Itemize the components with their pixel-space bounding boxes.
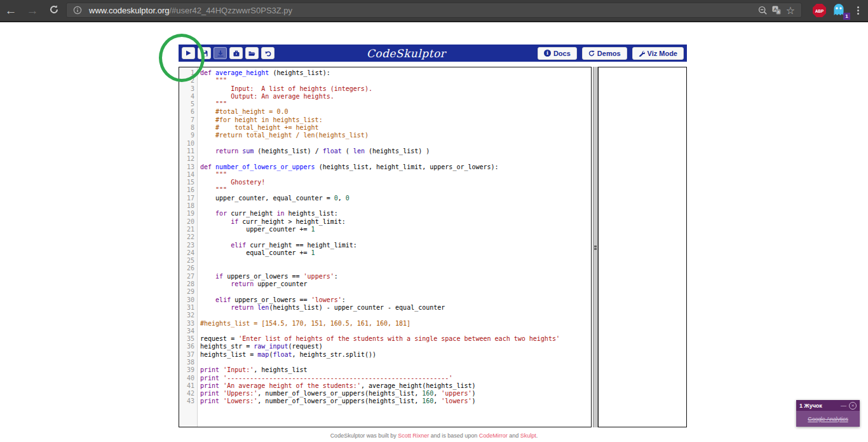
forward-button[interactable]: → [22, 1, 43, 20]
code-line[interactable]: 38 [179, 359, 591, 366]
open-local-button[interactable] [245, 47, 259, 59]
code-text: print 'Input:', heights_list [197, 366, 308, 374]
play-icon [186, 50, 191, 56]
footer-link-skulpt[interactable]: Skulpt [520, 432, 536, 439]
code-text: print 'Uppers:', number_of_lowers_or_upp… [197, 390, 476, 397]
code-line[interactable]: 21 upper_counter += 1 [179, 226, 591, 233]
viz-mode-label: Viz Mode [648, 50, 677, 57]
code-line[interactable]: 19 for curr_height in heights_list: [179, 210, 591, 218]
translate-icon[interactable]: A a [770, 3, 783, 17]
code-text [197, 140, 200, 148]
code-line[interactable]: 34 [179, 328, 591, 335]
ghostery-popup-header: 1 Жучок — × [796, 400, 860, 411]
line-number: 40 [179, 375, 197, 382]
undo-icon [265, 50, 271, 57]
line-number: 24 [179, 249, 197, 257]
demos-button[interactable]: Demos [582, 47, 627, 60]
reset-button[interactable] [261, 47, 275, 59]
code-line[interactable]: 25 [179, 257, 591, 265]
code-line[interactable]: 6 #total_height = 0.0 [179, 108, 591, 116]
code-line[interactable]: 31 return len(heights_list) - upper_coun… [179, 304, 591, 312]
code-line[interactable]: 16 """ [179, 186, 591, 194]
code-text: #return total_height / len(heights_list) [197, 132, 369, 139]
bookmark-star-icon[interactable]: ☆ [783, 3, 797, 17]
ghostery-badge: 1 [843, 13, 850, 20]
code-line[interactable]: 43print 'Lowers:', number_of_lowers_or_u… [179, 397, 591, 405]
line-number: 19 [179, 210, 197, 218]
code-line[interactable]: 29 [179, 288, 591, 296]
docs-button[interactable]: i Docs [538, 47, 577, 60]
code-line[interactable]: 15 Ghostery! [179, 179, 591, 186]
code-line[interactable]: 22 [179, 233, 591, 241]
page-info-icon[interactable] [71, 3, 85, 17]
zoom-out-icon[interactable] [756, 3, 770, 17]
code-line[interactable]: 17 upper_counter, equal_counter = 0, 0 [179, 195, 591, 202]
code-text: Input: A list of heights (integers). [197, 85, 372, 93]
refresh-button[interactable] [43, 1, 65, 20]
code-line[interactable]: 36heights_str = raw_input(request) [179, 343, 591, 350]
viz-mode-button[interactable]: Viz Mode [632, 47, 684, 60]
adblock-plus-icon[interactable]: ABP [812, 3, 827, 18]
chrome-menu-icon[interactable] [853, 6, 863, 15]
fresh-url-button[interactable] [229, 47, 243, 59]
code-line[interactable]: 23 elif curr_height == height_limit: [179, 242, 591, 249]
ghostery-popup: 1 Жучок — × Google Analytics [796, 400, 860, 427]
line-number: 42 [179, 390, 197, 397]
minimize-icon[interactable]: — [841, 403, 846, 409]
line-number: 16 [179, 186, 197, 194]
code-line[interactable]: 35request = 'Enter list of heights of th… [179, 335, 591, 343]
code-line[interactable]: 11 return sum (heights_list) / float ( l… [179, 148, 591, 155]
code-line[interactable]: 3 Input: A list of heights (integers). [179, 85, 591, 93]
code-line[interactable]: 10 [179, 140, 591, 148]
code-line[interactable]: 27 if uppers_or_lowers == 'uppers': [179, 273, 591, 280]
code-text: upper_counter, equal_counter = 0, 0 [197, 195, 349, 202]
footer-text: and [508, 432, 520, 439]
footer-link-author[interactable]: Scott Rixner [398, 432, 429, 439]
code-line[interactable]: 40print '-------------------------------… [179, 375, 591, 382]
code-line[interactable]: 20 if curr_height > height_limit: [179, 218, 591, 226]
line-number: 13 [179, 163, 197, 171]
code-editor[interactable]: 1def average_height (heights_list):2 """… [179, 67, 592, 427]
line-number: 8 [179, 124, 197, 132]
code-line[interactable]: 30 elif uppers_or_lowers == 'lowers': [179, 296, 591, 304]
code-text [197, 359, 200, 366]
code-line[interactable]: 41print 'An average height of the studen… [179, 382, 591, 390]
code-line[interactable]: 8 # total_height += height [179, 124, 591, 132]
code-line[interactable]: 18 [179, 202, 591, 210]
code-line[interactable]: 28 return upper_counter [179, 280, 591, 288]
download-button[interactable] [214, 47, 227, 59]
back-button[interactable]: ← [0, 1, 22, 20]
loop-icon [588, 50, 595, 57]
code-line[interactable]: 26 [179, 265, 591, 272]
footer-link-codemirror[interactable]: CodeMirror [479, 432, 508, 439]
code-text: return len(heights_list) - upper_counter… [197, 304, 445, 312]
line-number: 12 [179, 155, 197, 163]
code-line[interactable]: 14 """ [179, 171, 591, 179]
code-line[interactable]: 4 Output: An average heights. [179, 93, 591, 100]
code-line[interactable]: 5 """ [179, 100, 591, 108]
code-line[interactable]: 37heights_list = map(float, heights_str.… [179, 351, 591, 359]
code-line[interactable]: 24 equal_counter += 1 [179, 249, 591, 257]
code-text: def number_of_lowers_or_uppers (heights_… [197, 163, 499, 171]
code-line[interactable]: 32 [179, 312, 591, 319]
ghostery-icon[interactable]: 1 [832, 3, 848, 18]
line-number: 35 [179, 335, 197, 343]
code-line[interactable]: 12 [179, 155, 591, 163]
ghostery-popup-title: 1 Жучок [799, 403, 838, 409]
url-bar[interactable]: www.codeskulptor.org/#user42_44HQzzwwrS0… [66, 3, 802, 18]
save-button[interactable] [198, 47, 211, 59]
line-number: 27 [179, 273, 197, 280]
line-number: 31 [179, 304, 197, 312]
code-line[interactable]: 1def average_height (heights_list): [179, 69, 591, 77]
pane-splitter[interactable] [593, 67, 598, 427]
code-line[interactable]: 7 #for height in heights_list: [179, 116, 591, 124]
blocked-tracker-link[interactable]: Google Analytics [808, 416, 848, 422]
code-line[interactable]: 33#heights_list = [154.5, 170, 151, 160.… [179, 320, 591, 328]
code-line[interactable]: 39print 'Input:', heights_list [179, 366, 591, 374]
code-line[interactable]: 42print 'Uppers:', number_of_lowers_or_u… [179, 390, 591, 397]
code-line[interactable]: 13def number_of_lowers_or_uppers (height… [179, 163, 591, 171]
code-line[interactable]: 2 """ [179, 77, 591, 85]
run-button[interactable] [182, 47, 195, 59]
close-icon[interactable]: × [849, 402, 857, 410]
code-line[interactable]: 9 #return total_height / len(heights_lis… [179, 132, 591, 139]
